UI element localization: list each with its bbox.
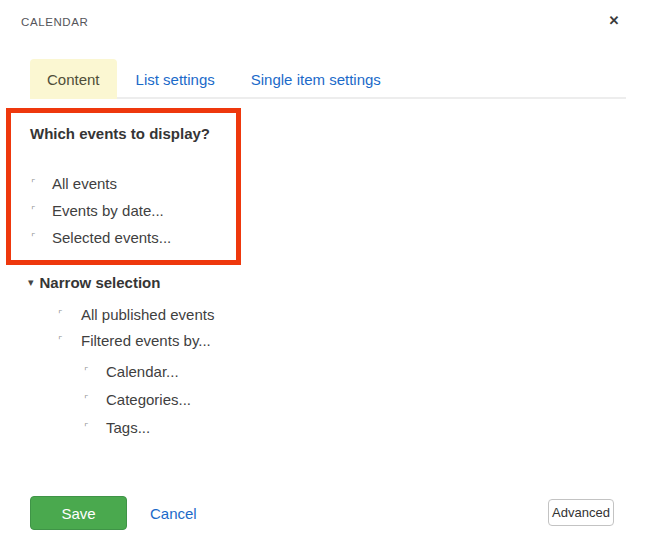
option-all-published-events[interactable]: ⌜ All published events (58, 305, 214, 323)
leaf-arrow-icon: ⌜ (84, 395, 92, 404)
option-label: Selected events... (52, 229, 171, 246)
tab-content[interactable]: Content (30, 59, 117, 99)
option-filter-calendar[interactable]: ⌜ Calendar... (84, 362, 179, 380)
option-label: Tags... (106, 419, 150, 436)
page-title: CALENDAR (21, 16, 88, 28)
close-icon[interactable]: ✕ (604, 10, 624, 30)
leaf-arrow-icon: ⌜ (31, 233, 39, 242)
option-events-by-date[interactable]: ⌜ Events by date... (31, 201, 164, 219)
chevron-down-icon: ▾ (28, 277, 34, 288)
leaf-arrow-icon: ⌜ (58, 336, 66, 345)
leaf-arrow-icon: ⌜ (31, 179, 39, 188)
leaf-arrow-icon: ⌜ (58, 310, 66, 319)
tab-list-settings[interactable]: List settings (119, 59, 232, 99)
option-label: Events by date... (52, 202, 164, 219)
cancel-link[interactable]: Cancel (150, 505, 197, 522)
narrow-selection-label: Narrow selection (40, 274, 161, 291)
leaf-arrow-icon: ⌜ (31, 206, 39, 215)
leaf-arrow-icon: ⌜ (84, 423, 92, 432)
save-button[interactable]: Save (30, 496, 127, 530)
option-all-events[interactable]: ⌜ All events (31, 174, 117, 192)
option-label: All events (52, 175, 117, 192)
option-label: All published events (81, 306, 214, 323)
narrow-selection-toggle[interactable]: ▾ Narrow selection (28, 274, 160, 291)
calendar-settings-dialog: CALENDAR ✕ Content List settings Single … (0, 0, 650, 546)
option-label: Filtered events by... (81, 332, 211, 349)
leaf-arrow-icon: ⌜ (84, 367, 92, 376)
advanced-button[interactable]: Advanced (548, 499, 614, 526)
option-selected-events[interactable]: ⌜ Selected events... (31, 228, 171, 246)
option-label: Categories... (106, 391, 191, 408)
question-heading: Which events to display? (30, 125, 210, 142)
tab-bar: Content List settings Single item settin… (30, 57, 626, 99)
option-label: Calendar... (106, 363, 179, 380)
option-filter-tags[interactable]: ⌜ Tags... (84, 418, 150, 436)
option-filter-categories[interactable]: ⌜ Categories... (84, 390, 191, 408)
option-filtered-events-by[interactable]: ⌜ Filtered events by... (58, 331, 211, 349)
tab-single-item-settings[interactable]: Single item settings (234, 59, 398, 99)
